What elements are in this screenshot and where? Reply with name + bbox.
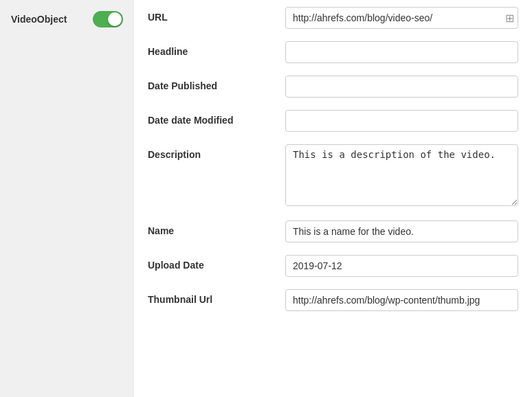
form-row-name: Name — [148, 220, 518, 242]
sidebar-item-videoobject: VideoObject — [8, 7, 126, 32]
main-form: URL ⊞ Headline Date Published Date date … — [134, 0, 532, 397]
videoobject-toggle[interactable] — [93, 11, 123, 27]
input-name[interactable] — [285, 220, 518, 242]
label-date-modified: Date date Modified — [148, 110, 285, 126]
form-row-date-published: Date Published — [148, 76, 518, 98]
label-upload-date: Upload Date — [148, 255, 285, 271]
field-headline — [285, 41, 518, 63]
toggle-slider — [93, 11, 123, 27]
field-description: This is a description of the video. — [285, 144, 518, 208]
main-container: VideoObject URL ⊞ Headline Date Publis — [0, 0, 532, 397]
url-link-icon[interactable]: ⊞ — [505, 12, 514, 25]
label-name: Name — [148, 220, 285, 236]
input-headline[interactable] — [285, 41, 518, 63]
field-upload-date — [285, 255, 518, 277]
form-row-description: Description This is a description of the… — [148, 144, 518, 208]
input-description[interactable]: This is a description of the video. — [285, 144, 518, 206]
field-url: ⊞ — [285, 7, 518, 29]
field-thumbnail-url — [285, 289, 518, 311]
input-url[interactable] — [285, 7, 518, 29]
label-thumbnail-url: Thumbnail Url — [148, 289, 285, 305]
form-row-url: URL ⊞ — [148, 7, 518, 29]
label-description: Description — [148, 144, 285, 160]
field-date-modified — [285, 110, 518, 132]
form-row-upload-date: Upload Date — [148, 255, 518, 277]
sidebar: VideoObject — [0, 0, 134, 397]
form-row-date-modified: Date date Modified — [148, 110, 518, 132]
input-date-modified[interactable] — [285, 110, 518, 132]
label-url: URL — [148, 7, 285, 23]
input-date-published[interactable] — [285, 76, 518, 98]
form-row-thumbnail-url: Thumbnail Url — [148, 289, 518, 311]
input-thumbnail-url[interactable] — [285, 289, 518, 311]
label-date-published: Date Published — [148, 76, 285, 91]
field-name — [285, 220, 518, 242]
field-date-published — [285, 76, 518, 98]
form-row-headline: Headline — [148, 41, 518, 63]
label-headline: Headline — [148, 41, 285, 57]
input-upload-date[interactable] — [285, 255, 518, 277]
sidebar-item-label: VideoObject — [11, 14, 67, 25]
